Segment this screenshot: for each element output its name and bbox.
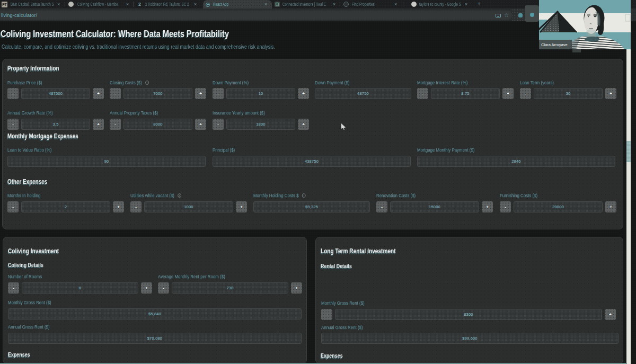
svg-text:Clara Arroyave: Clara Arroyave (541, 42, 568, 47)
